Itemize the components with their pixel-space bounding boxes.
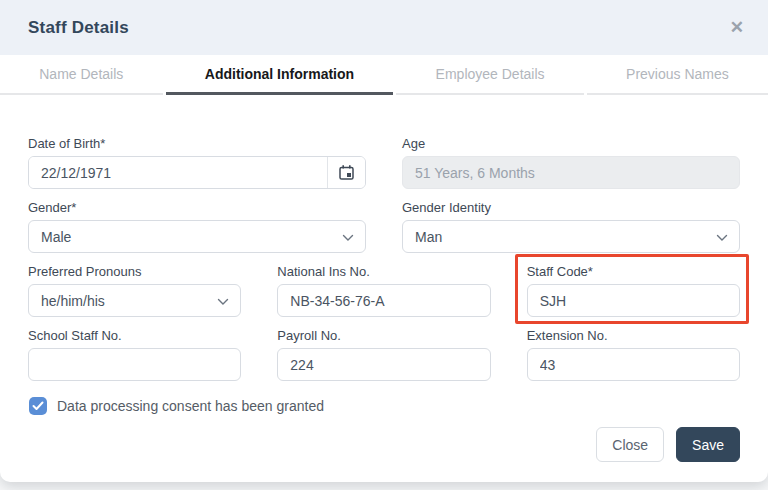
consent-checkbox[interactable] xyxy=(29,397,47,415)
tab-bar: Name Details Additional Information Empl… xyxy=(0,55,768,95)
gender-identity-field: Gender Identity xyxy=(402,200,740,253)
tab-additional-information[interactable]: Additional Information xyxy=(166,55,394,95)
age-label: Age xyxy=(402,136,740,152)
preferred-pronouns-label: Preferred Pronouns xyxy=(28,264,241,280)
staff-code-input[interactable] xyxy=(527,284,740,317)
save-button[interactable]: Save xyxy=(676,427,740,462)
form-body: Date of Birth* Age xyxy=(0,95,768,415)
school-staff-no-input[interactable] xyxy=(28,348,241,381)
close-icon[interactable]: ✕ xyxy=(726,15,748,40)
payroll-no-input[interactable] xyxy=(277,348,490,381)
staff-details-modal: Staff Details ✕ Name Details Additional … xyxy=(0,0,768,482)
tab-name-details[interactable]: Name Details xyxy=(0,55,163,95)
modal-header: Staff Details ✕ xyxy=(0,0,768,55)
school-staff-no-label: School Staff No. xyxy=(28,328,241,344)
staff-code-label: Staff Code* xyxy=(527,264,740,280)
date-of-birth-label: Date of Birth* xyxy=(28,136,366,152)
gender-field: Gender* xyxy=(28,200,366,253)
modal-footer: Close Save xyxy=(0,427,768,462)
tab-employee-details[interactable]: Employee Details xyxy=(396,55,583,95)
national-ins-no-label: National Ins No. xyxy=(277,264,490,280)
national-ins-no-field: National Ins No. xyxy=(277,264,490,317)
extension-no-field: Extension No. xyxy=(527,328,740,381)
gender-identity-select[interactable] xyxy=(402,220,740,253)
school-staff-no-field: School Staff No. xyxy=(28,328,241,381)
consent-label: Data processing consent has been granted xyxy=(57,398,324,414)
date-of-birth-input[interactable] xyxy=(29,157,327,188)
payroll-no-label: Payroll No. xyxy=(277,328,490,344)
age-field: Age xyxy=(402,136,740,189)
close-button[interactable]: Close xyxy=(596,427,664,462)
extension-no-input[interactable] xyxy=(527,348,740,381)
consent-row: Data processing consent has been granted xyxy=(28,397,740,415)
preferred-pronouns-field: Preferred Pronouns xyxy=(28,264,241,317)
national-ins-no-input[interactable] xyxy=(277,284,490,317)
preferred-pronouns-select[interactable] xyxy=(28,284,241,317)
date-of-birth-field: Date of Birth* xyxy=(28,136,366,189)
gender-label: Gender* xyxy=(28,200,366,216)
calendar-icon[interactable] xyxy=(327,157,365,188)
payroll-no-field: Payroll No. xyxy=(277,328,490,381)
tab-previous-names[interactable]: Previous Names xyxy=(587,55,768,95)
age-input xyxy=(402,156,740,189)
extension-no-label: Extension No. xyxy=(527,328,740,344)
gender-identity-label: Gender Identity xyxy=(402,200,740,216)
staff-code-field: Staff Code* xyxy=(527,264,740,317)
modal-title: Staff Details xyxy=(28,18,129,38)
gender-select[interactable] xyxy=(28,220,366,253)
